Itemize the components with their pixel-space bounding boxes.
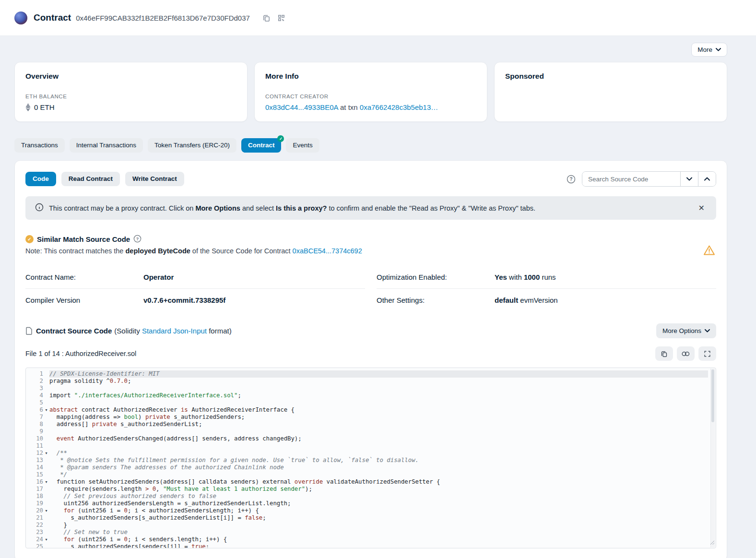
line-number: 13 [26,457,43,464]
subtab-read-contract[interactable]: Read Contract [61,172,120,186]
overview-card: Overview ETH BALANCE 0 ETH [14,62,248,122]
tab-transactions[interactable]: Transactions [14,138,65,153]
contract-avatar [14,12,27,24]
creator-address-link[interactable]: 0x83dC44...4933BE0A [265,103,338,111]
code-text: uint256 authorizedSendersLength = s_auth… [49,500,708,507]
search-next-button[interactable] [680,172,698,186]
more-options-button[interactable]: More Options [656,323,716,338]
code-text: * @param senders The addresses of the au… [49,464,708,471]
meta-row-other-settings: Other Settings: default evmVersion [377,288,716,311]
fold-toggle-icon[interactable]: ▾ [43,536,49,543]
json-input-link[interactable]: Standard Json-Input [142,327,207,335]
meta-right-column: Optimization Enabled: Yes with 1000 runs… [377,266,716,311]
tab-events[interactable]: Events [286,138,319,153]
meta-row-compiler: Compiler Version v0.7.6+commit.7338295f [25,288,365,311]
more-button[interactable]: More [691,43,727,57]
search-prev-button[interactable] [698,172,716,186]
code-text: } [49,522,708,529]
code-line: 21 s_authorizedSenders[s_authorizedSende… [26,514,708,522]
code-line: 20▾ for (uint256 i = 0; i < authorizedSe… [26,507,708,514]
copy-source-button[interactable] [655,346,673,361]
search-source-code-input[interactable] [582,172,680,186]
sponsored-card: Sponsored [494,62,727,122]
source-search-group [582,171,716,187]
meta-row-contract-name: Contract Name: Operator [25,266,365,288]
code-line: 9 [26,428,708,435]
fold-spacer [43,370,49,378]
fullscreen-button[interactable] [698,346,716,361]
tab-contract[interactable]: Contract ✓ [241,138,282,153]
fold-spacer [43,385,49,392]
code-line: 3 [26,385,708,392]
fold-spacer [43,522,49,529]
tab-token-transfers[interactable]: Token Transfers (ERC-20) [148,138,236,153]
fold-spacer [43,435,49,442]
page-header: Contract 0x46eFF99CAB332f1B2EB2Ff6813D67… [0,0,756,36]
code-scrollbar[interactable] [710,368,715,547]
eth-balance-label: ETH BALANCE [25,94,236,99]
code-line: 17 require(senders.length > 0, "Must hav… [26,486,708,493]
fold-toggle-icon[interactable]: ▾ [43,478,49,486]
code-text: s_authorizedSenders[s_authorizedSenderLi… [49,514,708,522]
code-text: event AuthorizedSendersChanged(address[]… [49,435,708,442]
contract-meta: Contract Name: Operator Compiler Version… [25,266,716,311]
fold-toggle-icon[interactable]: ▾ [43,450,49,457]
code-text: address[] private s_authorizedSenderList… [49,421,708,428]
code-line: 16▾ function setAuthorizedSenders(addres… [26,478,708,486]
code-line: 1// SPDX-License-Identifier: MIT [26,370,708,378]
info-icon [35,203,44,213]
subtab-write-contract[interactable]: Write Contract [125,172,184,186]
fold-spacer [43,399,49,406]
optimization-value: Yes with 1000 runs [495,273,716,281]
fold-spacer [43,428,49,435]
more-options-label: More Options [662,327,701,334]
contract-panel: Code Read Contract Write Contract ? [14,160,727,558]
similar-contract-link[interactable]: 0xaBCE54...7374c692 [293,247,362,255]
source-code-title: Contract Source Code [36,327,112,335]
code-line: 14 * @param senders The addresses of the… [26,464,708,471]
creator-txn-link[interactable]: 0xa7662428c3b5eb13… [360,103,438,111]
code-text: // SPDX-License-Identifier: MIT [49,370,708,378]
code-text: require(senders.length > 0, "Must have a… [49,486,708,493]
fold-toggle-icon[interactable]: ▾ [43,406,49,414]
meta-left-column: Contract Name: Operator Compiler Version… [25,266,365,311]
overview-title: Overview [25,72,236,81]
resize-handle[interactable] [709,538,715,547]
code-line: 13 * @notice Sets the fulfillment permis… [26,457,708,464]
line-number: 8 [26,421,43,428]
fold-spacer [43,442,49,450]
copy-icon [262,14,271,22]
qr-code-button[interactable] [276,13,286,23]
similar-match-help-icon[interactable]: ? [133,235,142,244]
contract-address: 0x46eFF99CAB332f1B2EB2Ff6813D67e7D30FDd0… [76,14,250,22]
line-number: 2 [26,378,43,385]
chevron-down-icon [716,48,721,51]
code-scrollbar-thumb[interactable] [711,369,714,422]
line-number: 11 [26,442,43,450]
line-number: 21 [26,514,43,522]
page-content: More Overview ETH BALANCE 0 ETH More Inf… [14,36,727,558]
code-text: s_authorizedSenders[senders[i]] = true; [49,543,708,548]
code-line: 7 mapping(address => bool) private s_aut… [26,414,708,421]
permalink-button[interactable] [677,346,695,361]
line-number: 6 [26,406,43,414]
source-code-editor[interactable]: 1// SPDX-License-Identifier: MIT2pragma … [25,368,716,548]
contract-subnav: Code Read Contract Write Contract ? [25,171,716,187]
line-number: 18 [26,493,43,500]
copy-address-button[interactable] [261,13,272,23]
code-line: 12▾ /** [26,450,708,457]
fold-spacer [43,464,49,471]
subtab-code[interactable]: Code [25,172,56,186]
close-notice-button[interactable]: ✕ [697,202,707,214]
fold-spacer [43,529,49,536]
copy-icon [661,350,668,357]
meta-row-optimization: Optimization Enabled: Yes with 1000 runs [377,266,716,288]
line-number: 20 [26,507,43,514]
fold-toggle-icon[interactable]: ▾ [43,507,49,514]
line-number: 1 [26,370,43,378]
line-number: 7 [26,414,43,421]
svg-text:?: ? [569,177,572,182]
tab-internal-transactions[interactable]: Internal Transactions [70,138,143,153]
line-number: 10 [26,435,43,442]
help-icon[interactable]: ? [567,175,576,184]
